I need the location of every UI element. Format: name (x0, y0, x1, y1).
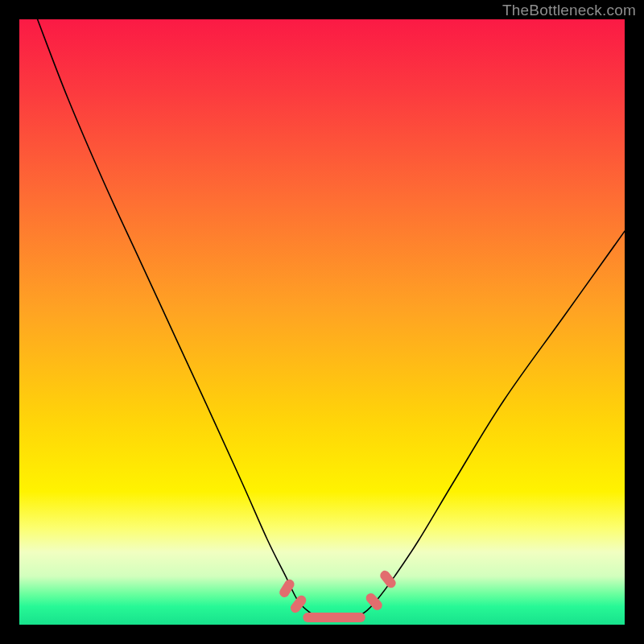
curve-layer (19, 19, 625, 625)
curve-marker (278, 578, 296, 600)
chart-frame: TheBottleneck.com (0, 0, 644, 644)
watermark-text: TheBottleneck.com (502, 2, 636, 19)
valley-bar-marker (303, 613, 365, 622)
bottleneck-curve (38, 19, 625, 619)
plot-area (19, 19, 625, 625)
curve-marker (289, 593, 308, 614)
curve-marker (378, 568, 398, 589)
